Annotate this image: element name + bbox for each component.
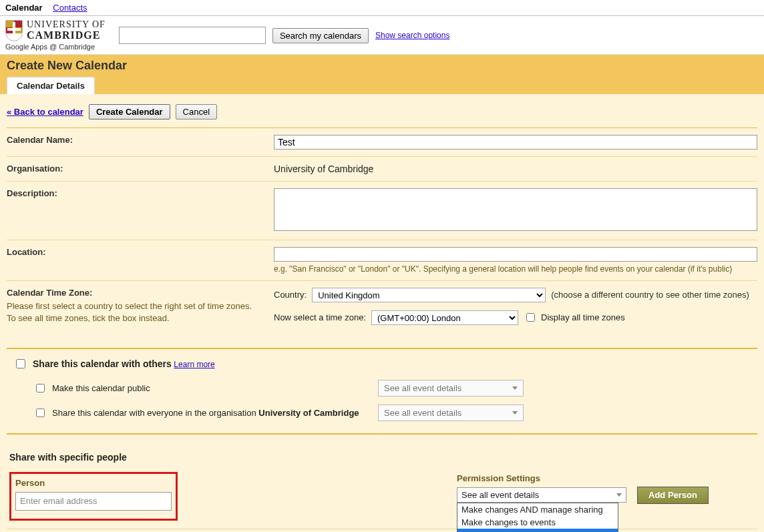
organisation-value: University of Cambridge [274,164,373,174]
location-hint: e.g. "San Francisco" or "London" or "UK"… [274,264,757,274]
display-all-timezones-checkbox[interactable] [526,313,535,322]
cancel-button-top[interactable]: Cancel [176,104,217,119]
chevron-down-icon [512,411,518,415]
description-textarea[interactable] [274,188,757,231]
show-search-options-link[interactable]: Show search options [375,31,449,40]
nav-calendar[interactable]: Calendar [5,3,43,13]
display-all-timezones-label: Display all time zones [541,312,625,322]
permission-option[interactable]: See all event details [457,529,618,532]
permission-col-label: Permission Settings [457,473,624,483]
top-nav: Calendar Contacts [0,0,764,16]
search-input[interactable] [119,27,266,44]
create-calendar-button-top[interactable]: Create Calendar [89,104,170,119]
share-org-checkbox[interactable] [36,409,45,417]
chevron-down-icon [512,386,518,390]
organisation-label: Organisation: [7,164,274,174]
timezone-row-label: Now select a time zone: [274,312,366,322]
public-permission-dropdown[interactable]: See all event details [378,380,524,396]
crest-icon [5,20,23,41]
make-public-checkbox[interactable] [36,384,45,392]
description-label: Description: [7,188,274,198]
org-permission-dropdown[interactable]: See all event details [378,405,524,421]
timezone-select[interactable]: (GMT+00:00) London [371,310,518,325]
calendar-name-label: Calendar Name: [7,135,274,145]
person-email-input[interactable] [15,492,172,511]
person-col-label: Person [15,478,172,488]
country-hint: (choose a different country to see other… [551,290,749,300]
org-logo: UNIVERSITY OF CAMBRIDGE Google Apps @ Ca… [5,20,106,51]
nav-contacts[interactable]: Contacts [53,3,87,13]
share-org-label: Share this calendar with everyone in the… [52,408,373,418]
org-line1: UNIVERSITY OF [27,19,106,29]
timezone-sub: Please first select a country to select … [7,300,254,324]
header: UNIVERSITY OF CAMBRIDGE Google Apps @ Ca… [0,16,764,55]
country-label: Country: [274,290,307,300]
country-select[interactable]: United Kingdom [312,288,546,302]
location-input[interactable] [274,247,757,262]
org-line2: CAMBRIDGE [27,29,100,41]
page-title: Create New Calendar [0,59,764,77]
make-public-label: Make this calendar public [52,383,373,393]
share-with-others-title: Share this calendar with others [33,358,172,369]
tab-calendar-details[interactable]: Calendar Details [7,77,95,94]
learn-more-link[interactable]: Learn more [174,360,214,369]
org-sub: Google Apps @ Cambridge [5,43,106,51]
search-button[interactable]: Search my calendars [272,28,369,43]
svg-rect-5 [7,28,21,31]
permission-option[interactable]: Make changes AND manage sharing [457,503,618,516]
person-highlight: Person [9,472,178,521]
share-specific-title: Share with specific people [7,443,757,469]
share-with-others-checkbox[interactable] [16,359,25,368]
timezone-label: Calendar Time Zone: [7,288,92,298]
location-label: Location: [7,247,274,257]
back-to-calendar-link[interactable]: « Back to calendar [7,107,83,117]
calendar-name-input[interactable] [274,135,757,150]
permission-select[interactable]: See all event details [457,487,626,503]
permission-option[interactable]: Make changes to events [457,516,618,529]
chevron-down-icon [616,493,622,497]
add-person-button[interactable]: Add Person [637,487,709,504]
permission-options-list: Make changes AND manage sharing Make cha… [457,503,618,532]
